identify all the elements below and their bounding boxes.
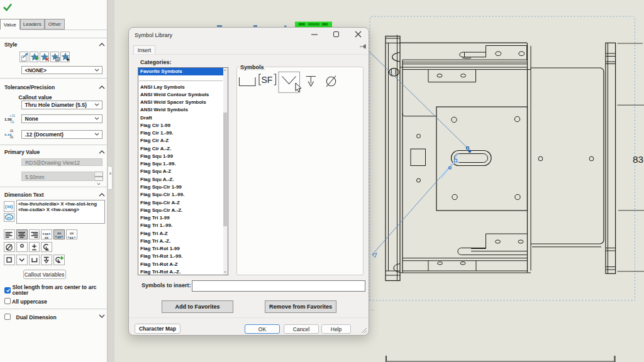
svg-text:xx: xx xyxy=(70,231,74,234)
svg-text:xx: xx xyxy=(45,232,49,236)
svg-text:SF: SF xyxy=(262,75,273,85)
svg-text:xx: xx xyxy=(7,216,11,219)
svg-text:xx: xx xyxy=(57,231,62,234)
svg-text:xx: xx xyxy=(45,236,49,239)
svg-text:xx: xx xyxy=(69,235,74,239)
svg-text:83: 83 xyxy=(633,154,643,165)
svg-text:xx: xx xyxy=(57,234,62,238)
svg-text:): ) xyxy=(11,204,13,209)
